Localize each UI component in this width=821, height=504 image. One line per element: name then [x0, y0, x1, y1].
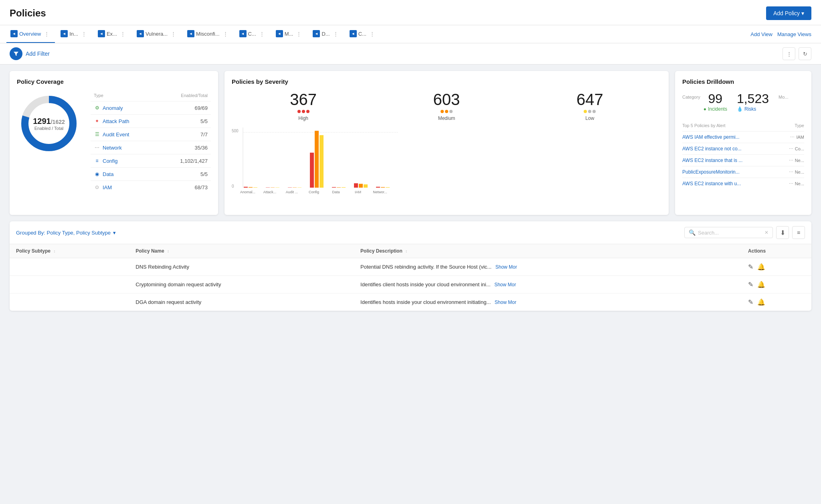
coverage-type-link[interactable]: ◉Data [94, 171, 154, 177]
tab-in[interactable]: ◄ In... ⋮ [57, 25, 92, 43]
add-view-link[interactable]: Add View [750, 31, 772, 37]
bar-label-4: Data [332, 190, 340, 194]
coverage-type-link[interactable]: ☰Audit Event [94, 131, 154, 138]
cell-subtype [10, 276, 129, 293]
tab-m-icon: ◄ [276, 30, 283, 37]
policy-coverage-card: Policy Coverage 1291/1622 Enabled / To [10, 71, 218, 215]
policies-by-severity-card: Policies by Severity 367 High 603 [224, 71, 669, 215]
coverage-type-link[interactable]: ⊙IAM [94, 184, 154, 190]
tab-c1-menu[interactable]: ⋮ [258, 31, 266, 37]
policies-table-body: DNS Rebinding Activity Potential DNS reb… [10, 258, 811, 311]
tab-vuln-menu[interactable]: ⋮ [169, 31, 178, 37]
col-subtype: Policy Subtype ↕ [10, 244, 129, 258]
tab-ex-menu[interactable]: ⋮ [119, 31, 127, 37]
show-more-link[interactable]: Show Mor [495, 300, 516, 305]
tab-c2-label: C... [358, 31, 366, 37]
tab-overview[interactable]: ◄ Overview ⋮ [6, 25, 55, 43]
drilldown-policy-link[interactable]: AWS EC2 instance with u... [682, 181, 741, 186]
bell-icon[interactable]: 🔔 [757, 263, 765, 271]
edit-icon[interactable]: ✎ [748, 298, 753, 306]
tab-overview-icon: ◄ [10, 30, 18, 37]
bar-label-3: Config [309, 190, 319, 194]
dot-med-1 [441, 110, 444, 113]
add-filter-label[interactable]: Add Filter [26, 51, 50, 57]
show-more-link[interactable]: Show Mor [494, 282, 516, 287]
drilldown-policy-link[interactable]: PublicExposureMonitorin... [682, 169, 740, 175]
sort-desc-icon[interactable]: ↕ [405, 249, 407, 253]
tab-misconf[interactable]: ◄ Misconfi... ⋮ [183, 25, 234, 43]
tab-misconf-menu[interactable]: ⋮ [221, 31, 230, 37]
edit-icon[interactable]: ✎ [748, 263, 753, 271]
severity-high: 367 High [290, 91, 317, 121]
manage-views-link[interactable]: Manage Views [777, 31, 811, 37]
coverage-type-link[interactable]: ⚙Anomaly [94, 105, 154, 111]
sort-subtype-icon[interactable]: ↕ [53, 249, 55, 253]
drilldown-items: AWS IAM effective permi...⋯IAMAWS EC2 in… [682, 131, 804, 189]
tab-actions: Add View Manage Views [747, 31, 815, 37]
search-input[interactable] [698, 230, 762, 236]
severity-low-label: Low [576, 115, 603, 121]
refresh-button[interactable]: ↻ [799, 47, 811, 60]
bell-icon[interactable]: 🔔 [757, 298, 765, 306]
group-by-button[interactable]: Grouped By: Policy Type, Policy Subtype … [16, 230, 116, 236]
drilldown-policy-link[interactable]: AWS EC2 instance that is ... [682, 158, 742, 163]
tab-d[interactable]: ◄ D... ⋮ [309, 25, 344, 43]
search-clear-icon[interactable]: ✕ [764, 230, 768, 235]
bar-med-3 [315, 131, 319, 188]
coverage-type-link[interactable]: ≡Config [94, 158, 154, 164]
bar-chart: 5000Anomal...Attack...Audit ...ConfigDat… [232, 128, 661, 208]
tab-d-menu[interactable]: ⋮ [332, 31, 340, 37]
drilldown-policy-link[interactable]: AWS EC2 instance not co... [682, 146, 742, 152]
tab-d-icon: ◄ [313, 30, 320, 37]
tab-ex[interactable]: ◄ Ex... ⋮ [94, 25, 131, 43]
bar-high-4 [332, 187, 336, 188]
show-more-link[interactable]: Show Mor [495, 264, 517, 270]
tab-in-icon: ◄ [61, 30, 68, 37]
coverage-row: ◉Data5/5 [91, 168, 211, 181]
edit-icon[interactable]: ✎ [748, 281, 753, 288]
bar-med-5 [359, 184, 363, 188]
tab-vuln[interactable]: ◄ Vulnera... ⋮ [133, 25, 182, 43]
tab-misconf-label: Misconfi... [196, 31, 220, 37]
coverage-type-link[interactable]: ✦Attack Path [94, 118, 154, 124]
drilldown-policy-type: ⋯Ne... [789, 158, 804, 163]
add-policy-button[interactable]: Add Policy ▾ [766, 6, 811, 20]
tab-c2-menu[interactable]: ⋮ [368, 31, 376, 37]
columns-button[interactable]: ≡ [792, 226, 805, 239]
drilldown-numbers: 99 ● Incidents 1,523 💧 Risks Mo... [704, 91, 804, 112]
tab-ex-icon: ◄ [98, 30, 105, 37]
bar-low-1 [275, 187, 279, 188]
severity-high-count: 367 [290, 91, 317, 107]
filter-left: Add Filter [10, 47, 50, 60]
tab-m-menu[interactable]: ⋮ [295, 31, 303, 37]
tab-in-menu[interactable]: ⋮ [80, 31, 88, 37]
bar-med-0 [249, 187, 253, 188]
drilldown-policy-link[interactable]: AWS IAM effective permi... [682, 134, 740, 140]
action-icons: ✎ 🔔 [748, 298, 805, 306]
severity-low-count: 647 [576, 91, 603, 107]
tab-c1[interactable]: ◄ C... ⋮ [235, 25, 270, 43]
coverage-type-link[interactable]: ⋯Network [94, 144, 154, 151]
bell-icon[interactable]: 🔔 [757, 281, 765, 288]
drilldown-incidents-text: Incidents [708, 106, 727, 112]
more-options-button[interactable]: ⋮ [783, 47, 795, 60]
filter-right: ⋮ ↻ [783, 47, 811, 60]
tab-c2[interactable]: ◄ C... ⋮ [346, 25, 380, 43]
bar-med-6 [381, 187, 385, 188]
cell-name: Cryptomining domain request activity [129, 276, 354, 293]
download-button[interactable]: ⬇ [776, 226, 789, 239]
tab-overview-menu[interactable]: ⋮ [42, 31, 51, 37]
sort-name-icon[interactable]: ↕ [167, 249, 169, 253]
severity-medium-label: Medium [433, 115, 460, 121]
filter-icon-button[interactable] [10, 47, 22, 60]
donut-label: 1291/1622 Enabled / Total [33, 117, 65, 131]
tab-m[interactable]: ◄ M... ⋮ [272, 25, 307, 43]
cell-subtype [10, 258, 129, 276]
tab-overview-label: Overview [19, 31, 41, 37]
drilldown-list-header: Top 5 Policies by Alert Type [682, 123, 804, 128]
dot-high-2 [302, 110, 305, 113]
filter-icon [13, 51, 19, 57]
tab-c1-label: C... [248, 31, 256, 37]
drilldown-type-col: Type [795, 123, 804, 128]
drilldown-list-item: AWS EC2 instance with u...⋯Ne... [682, 178, 804, 189]
